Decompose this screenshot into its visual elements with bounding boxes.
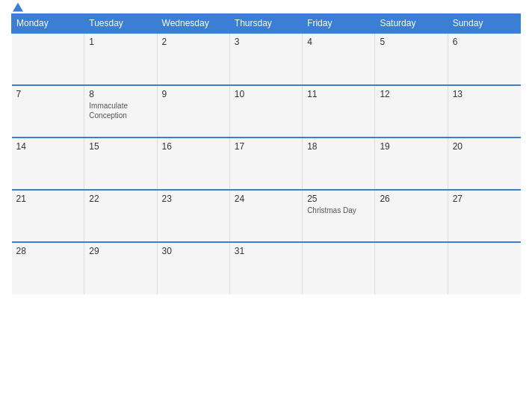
day-cell	[375, 242, 448, 294]
day-number: 20	[453, 141, 516, 152]
day-number: 24	[235, 194, 297, 204]
day-number: 21	[16, 194, 80, 204]
day-number: 11	[307, 89, 370, 99]
day-cell: 4	[303, 33, 375, 85]
column-header-friday: Friday	[303, 14, 375, 34]
day-cell: 3	[229, 33, 302, 85]
week-row-4: 2122232425Christmas Day2627	[12, 190, 521, 242]
day-number: 18	[307, 141, 370, 152]
day-cell: 24	[229, 190, 302, 242]
day-number: 1	[89, 37, 152, 47]
day-number: 25	[307, 194, 370, 204]
day-cell: 2	[157, 33, 229, 85]
week-row-5: 28293031	[12, 242, 521, 294]
day-number: 5	[380, 37, 442, 47]
day-number: 26	[380, 194, 442, 204]
day-cell: 12	[375, 85, 448, 137]
day-number: 31	[235, 246, 297, 256]
week-row-1: 123456	[12, 33, 521, 85]
day-number: 15	[89, 141, 152, 152]
day-number: 27	[453, 194, 516, 204]
day-number: 10	[235, 89, 297, 99]
calendar-container: MondayTuesdayWednesdayThursdayFridaySatu…	[0, 0, 532, 411]
day-number: 22	[89, 194, 152, 204]
day-number: 4	[307, 37, 370, 47]
day-cell: 5	[375, 33, 448, 85]
day-number: 19	[380, 141, 442, 152]
logo	[11, 3, 23, 13]
day-cell: 10	[229, 85, 302, 137]
day-number: 14	[16, 141, 80, 152]
column-header-tuesday: Tuesday	[84, 14, 157, 34]
day-cell: 31	[229, 242, 302, 294]
day-number: 29	[89, 246, 152, 256]
column-header-sunday: Sunday	[448, 14, 520, 34]
logo-triangle-icon	[13, 3, 23, 12]
day-cell: 23	[157, 190, 229, 242]
day-cell	[303, 242, 375, 294]
day-number: 9	[162, 89, 225, 99]
column-header-wednesday: Wednesday	[157, 14, 229, 34]
day-cell: 8Immaculate Conception	[84, 85, 157, 137]
day-cell	[448, 242, 520, 294]
holiday-label: Immaculate Conception	[89, 101, 152, 120]
day-cell: 11	[303, 85, 375, 137]
day-cell: 14	[12, 137, 84, 190]
week-row-2: 78Immaculate Conception910111213	[12, 85, 521, 137]
calendar-table: MondayTuesdayWednesdayThursdayFridaySatu…	[11, 13, 521, 294]
day-cell: 26	[375, 190, 448, 242]
day-number: 3	[235, 37, 297, 47]
day-cell: 9	[157, 85, 229, 137]
day-number: 28	[16, 246, 80, 256]
day-number: 23	[162, 194, 225, 204]
day-cell: 13	[448, 85, 520, 137]
day-cell: 25Christmas Day	[303, 190, 375, 242]
calendar-header-row: MondayTuesdayWednesdayThursdayFridaySatu…	[12, 14, 521, 34]
day-cell: 7	[12, 85, 84, 137]
day-number: 8	[89, 89, 152, 99]
day-cell: 6	[448, 33, 520, 85]
day-cell: 17	[229, 137, 302, 190]
column-header-monday: Monday	[12, 14, 84, 34]
day-cell: 22	[84, 190, 157, 242]
day-cell: 20	[448, 137, 520, 190]
day-number: 12	[380, 89, 442, 99]
day-cell: 27	[448, 190, 520, 242]
holiday-label: Christmas Day	[307, 206, 370, 215]
week-row-3: 14151617181920	[12, 137, 521, 190]
logo-blue-text	[11, 3, 23, 13]
day-cell: 29	[84, 242, 157, 294]
day-number: 30	[162, 246, 225, 256]
day-cell: 30	[157, 242, 229, 294]
day-cell: 19	[375, 137, 448, 190]
column-header-thursday: Thursday	[229, 14, 302, 34]
day-number: 17	[235, 141, 297, 152]
day-number: 13	[453, 89, 516, 99]
day-cell: 28	[12, 242, 84, 294]
day-number: 16	[162, 141, 225, 152]
day-cell	[12, 33, 84, 85]
day-cell: 16	[157, 137, 229, 190]
day-cell: 15	[84, 137, 157, 190]
day-cell: 21	[12, 190, 84, 242]
day-number: 6	[453, 37, 516, 47]
column-header-saturday: Saturday	[375, 14, 448, 34]
day-cell: 18	[303, 137, 375, 190]
day-cell: 1	[84, 33, 157, 85]
day-number: 7	[16, 89, 80, 99]
day-number: 2	[162, 37, 225, 47]
